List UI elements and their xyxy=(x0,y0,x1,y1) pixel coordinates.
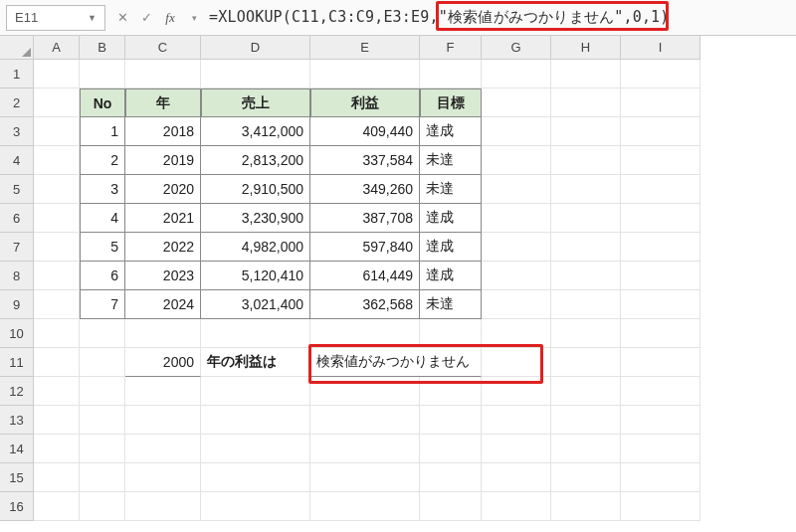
cell[interactable] xyxy=(482,117,551,146)
row-5[interactable]: 5 xyxy=(0,175,34,204)
cell[interactable] xyxy=(201,406,310,435)
cell[interactable] xyxy=(551,233,621,262)
cell[interactable]: 2021 xyxy=(125,204,201,233)
cell[interactable] xyxy=(551,175,621,204)
cell[interactable] xyxy=(80,377,125,406)
cell[interactable] xyxy=(621,89,700,117)
cell[interactable]: 4 xyxy=(80,204,125,233)
cell[interactable] xyxy=(482,60,551,89)
cell[interactable] xyxy=(420,463,482,492)
cell[interactable] xyxy=(482,146,551,175)
cell[interactable] xyxy=(621,406,700,435)
cell[interactable]: 2,813,200 xyxy=(201,146,310,175)
cell[interactable] xyxy=(551,348,621,377)
cell[interactable]: 614,449 xyxy=(310,262,420,290)
cell[interactable] xyxy=(482,204,551,233)
cell[interactable] xyxy=(621,463,700,492)
cell[interactable] xyxy=(482,233,551,262)
row-2[interactable]: 2 xyxy=(0,89,34,117)
cell[interactable]: 未達 xyxy=(420,175,482,204)
cell[interactable] xyxy=(34,117,80,146)
cell[interactable]: 2,910,500 xyxy=(201,175,310,204)
cell[interactable]: 387,708 xyxy=(310,204,420,233)
cell[interactable]: 未達 xyxy=(420,290,482,319)
cells-area[interactable]: No年売上利益目標120183,412,000409,440達成220192,8… xyxy=(34,60,796,532)
row-1[interactable]: 1 xyxy=(0,60,34,89)
chevron-down-icon[interactable]: ▾ xyxy=(183,7,205,29)
cell[interactable]: 2000 xyxy=(125,348,201,377)
cell[interactable]: 3,230,900 xyxy=(201,204,310,233)
cell[interactable] xyxy=(310,435,420,463)
row-14[interactable]: 14 xyxy=(0,435,34,463)
cell[interactable] xyxy=(482,319,551,348)
cell[interactable]: 2024 xyxy=(125,290,201,319)
cell[interactable] xyxy=(201,60,310,89)
cell[interactable] xyxy=(482,262,551,290)
row-15[interactable]: 15 xyxy=(0,463,34,492)
cell[interactable] xyxy=(482,435,551,463)
cell[interactable] xyxy=(34,463,80,492)
cell[interactable]: 2022 xyxy=(125,233,201,262)
cell[interactable] xyxy=(34,406,80,435)
row-8[interactable]: 8 xyxy=(0,262,34,290)
cell[interactable] xyxy=(482,175,551,204)
cell[interactable] xyxy=(201,319,310,348)
cell[interactable] xyxy=(125,377,201,406)
cell[interactable] xyxy=(80,60,125,89)
cell[interactable] xyxy=(621,233,700,262)
cell[interactable] xyxy=(621,60,700,89)
cell[interactable] xyxy=(621,117,700,146)
cell[interactable]: 6 xyxy=(80,262,125,290)
cell[interactable]: 349,260 xyxy=(310,175,420,204)
cell[interactable] xyxy=(621,146,700,175)
cell[interactable]: 337,584 xyxy=(310,146,420,175)
cell[interactable] xyxy=(621,290,700,319)
row-3[interactable]: 3 xyxy=(0,117,34,146)
row-12[interactable]: 12 xyxy=(0,377,34,406)
cell[interactable] xyxy=(34,492,80,521)
cell[interactable] xyxy=(80,319,125,348)
cell[interactable] xyxy=(201,492,310,521)
enter-icon[interactable]: ✓ xyxy=(135,7,157,29)
cell[interactable]: 5,120,410 xyxy=(201,262,310,290)
cell[interactable] xyxy=(551,377,621,406)
cell[interactable]: 達成 xyxy=(420,117,482,146)
cell[interactable] xyxy=(621,377,700,406)
col-H[interactable]: H xyxy=(551,36,621,60)
cell[interactable]: 2018 xyxy=(125,117,201,146)
col-E[interactable]: E xyxy=(310,36,420,60)
col-G[interactable]: G xyxy=(482,36,551,60)
cell[interactable] xyxy=(34,348,80,377)
cell[interactable] xyxy=(482,290,551,319)
cell[interactable] xyxy=(34,175,80,204)
row-4[interactable]: 4 xyxy=(0,146,34,175)
cell[interactable]: 達成 xyxy=(420,262,482,290)
cell[interactable] xyxy=(420,406,482,435)
cell[interactable] xyxy=(310,406,420,435)
cell[interactable] xyxy=(621,435,700,463)
formula-input[interactable]: =XLOOKUP(C11,C3:C9,E3:E9,"検索値がみつかりません",0… xyxy=(209,5,790,31)
cell[interactable]: 目標 xyxy=(420,89,482,117)
cell[interactable] xyxy=(34,204,80,233)
col-B[interactable]: B xyxy=(80,36,125,60)
cell[interactable] xyxy=(551,204,621,233)
row-9[interactable]: 9 xyxy=(0,290,34,319)
cell[interactable]: 3,021,400 xyxy=(201,290,310,319)
cell[interactable]: 2020 xyxy=(125,175,201,204)
cell[interactable] xyxy=(482,348,551,377)
cell[interactable] xyxy=(551,117,621,146)
cell[interactable] xyxy=(551,406,621,435)
cell[interactable] xyxy=(80,492,125,521)
select-all-corner[interactable] xyxy=(0,36,34,60)
cell[interactable] xyxy=(125,435,201,463)
cell[interactable] xyxy=(482,377,551,406)
col-A[interactable]: A xyxy=(34,36,80,60)
cell[interactable] xyxy=(80,435,125,463)
cell[interactable] xyxy=(125,406,201,435)
cell[interactable] xyxy=(34,435,80,463)
cell[interactable] xyxy=(551,60,621,89)
cell[interactable] xyxy=(621,348,700,377)
col-D[interactable]: D xyxy=(201,36,310,60)
cell[interactable] xyxy=(310,463,420,492)
cell[interactable] xyxy=(551,290,621,319)
